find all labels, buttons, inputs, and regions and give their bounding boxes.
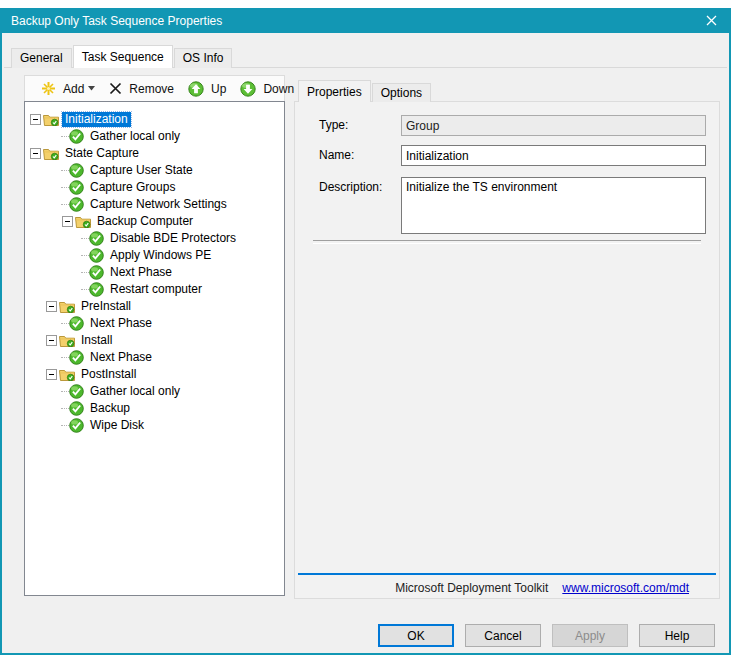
tree-group-install[interactable]: Install — [25, 332, 284, 349]
collapse-expander-icon[interactable] — [46, 335, 57, 346]
cancel-button[interactable]: Cancel — [465, 624, 541, 647]
tree-step-backup[interactable]: Backup — [25, 400, 284, 417]
tree-group-preinstall[interactable]: PreInstall — [25, 298, 284, 315]
step-check-icon — [69, 418, 84, 433]
tree-item-label: Capture User State — [87, 163, 196, 178]
tree-step-gather-local-only[interactable]: Gather local only — [25, 128, 284, 145]
tree-group-postinstall[interactable]: PostInstall — [25, 366, 284, 383]
group-folder-check-icon — [59, 300, 75, 313]
mdt-brand-text: Microsoft Deployment Toolkit — [395, 581, 548, 595]
collapse-expander-icon[interactable] — [30, 114, 41, 125]
tree-connector-line — [61, 357, 69, 359]
tree-item-label: Gather local only — [87, 384, 183, 399]
tree-step-next-phase[interactable]: Next Phase — [25, 315, 284, 332]
tree-item-label: Install — [78, 333, 115, 348]
tree-item-label: Wipe Disk — [87, 418, 147, 433]
step-check-icon — [69, 129, 84, 144]
properties-pane: Type: Name: Description: Initialize the … — [294, 101, 720, 599]
tree-connector-line — [61, 204, 69, 206]
type-label: Type: — [319, 118, 348, 132]
step-check-icon — [69, 163, 84, 178]
tree-toolbar: Add Remove Up — [24, 75, 285, 102]
collapse-expander-icon[interactable] — [62, 216, 73, 227]
tree-item-label: PreInstall — [78, 299, 134, 314]
tree-step-apply-windows-pe[interactable]: Apply Windows PE — [25, 247, 284, 264]
step-check-icon — [69, 180, 84, 195]
step-check-icon — [69, 350, 84, 365]
name-field[interactable] — [401, 145, 706, 166]
step-check-icon — [89, 282, 104, 297]
add-button[interactable]: Add — [36, 78, 100, 99]
move-up-button[interactable]: Up — [183, 78, 231, 100]
tree-item-label: PostInstall — [78, 367, 139, 382]
remove-button-label: Remove — [129, 82, 174, 96]
up-button-label: Up — [211, 82, 226, 96]
help-button[interactable]: Help — [639, 624, 715, 647]
tree-connector-line — [61, 425, 69, 427]
titlebar[interactable]: Backup Only Task Sequence Properties — [2, 8, 729, 33]
close-icon[interactable] — [693, 8, 729, 33]
arrow-down-circle-icon — [240, 81, 256, 97]
tree-connector-line — [61, 170, 69, 172]
section-separator — [313, 240, 701, 244]
collapse-expander-icon[interactable] — [46, 369, 57, 380]
apply-button: Apply — [552, 624, 628, 647]
tree-step-wipe-disk[interactable]: Wipe Disk — [25, 417, 284, 434]
tree-item-label: Disable BDE Protectors — [107, 231, 239, 246]
arrow-up-circle-icon — [188, 81, 204, 97]
tree-step-restart-computer[interactable]: Restart computer — [25, 281, 284, 298]
group-folder-check-icon — [75, 215, 91, 228]
tree-step-capture-user-state[interactable]: Capture User State — [25, 162, 284, 179]
footer-accent-line — [298, 573, 716, 575]
tab-task-sequence[interactable]: Task Sequence — [73, 45, 173, 68]
tree-step-capture-network-settings[interactable]: Capture Network Settings — [25, 196, 284, 213]
tree-group-backup-computer[interactable]: Backup Computer — [25, 213, 284, 230]
ok-button[interactable]: OK — [378, 624, 454, 647]
group-folder-check-icon — [59, 334, 75, 347]
step-check-icon — [69, 316, 84, 331]
tab-os-info[interactable]: OS Info — [174, 48, 233, 68]
add-dropdown-caret-icon[interactable] — [88, 86, 95, 91]
tab-general[interactable]: General — [11, 48, 72, 68]
tree-connector-line — [81, 238, 89, 240]
tree-group-initialization[interactable]: Initialization — [25, 111, 284, 128]
window-title: Backup Only Task Sequence Properties — [11, 14, 222, 28]
tree-step-capture-groups[interactable]: Capture Groups — [25, 179, 284, 196]
tree-connector-line — [61, 187, 69, 189]
tree-step-disable-bde-protectors[interactable]: Disable BDE Protectors — [25, 230, 284, 247]
collapse-expander-icon[interactable] — [46, 301, 57, 312]
down-button-label: Down — [263, 82, 294, 96]
tree-item-label: Backup — [87, 401, 133, 416]
collapse-expander-icon[interactable] — [30, 148, 41, 159]
name-label: Name: — [319, 148, 354, 162]
mdt-footer: Microsoft Deployment Toolkit www.microso… — [295, 578, 719, 598]
tree-step-next-phase[interactable]: Next Phase — [25, 264, 284, 281]
main-tab-strip: GeneralTask SequenceOS Info — [11, 45, 233, 68]
step-check-icon — [69, 384, 84, 399]
tree-item-label: Next Phase — [107, 265, 175, 280]
subtab-options[interactable]: Options — [372, 83, 431, 102]
tree-connector-line — [61, 391, 69, 393]
tree-step-gather-local-only[interactable]: Gather local only — [25, 383, 284, 400]
step-check-icon — [69, 401, 84, 416]
task-sequence-tree: InitializationGather local onlyState Cap… — [24, 101, 285, 596]
subtab-properties[interactable]: Properties — [298, 80, 371, 102]
step-check-icon — [89, 265, 104, 280]
tree-item-label: Next Phase — [87, 350, 155, 365]
tree-item-label: Initialization — [62, 112, 131, 127]
move-down-button[interactable]: Down — [235, 78, 299, 100]
tree-connector-line — [61, 408, 69, 410]
tree-step-next-phase[interactable]: Next Phase — [25, 349, 284, 366]
tree-group-state-capture[interactable]: State Capture — [25, 145, 284, 162]
group-folder-check-icon — [59, 368, 75, 381]
tree-connector-line — [61, 136, 69, 138]
step-check-icon — [89, 231, 104, 246]
remove-button[interactable]: Remove — [104, 79, 179, 99]
step-check-icon — [69, 197, 84, 212]
add-starburst-icon — [41, 81, 56, 96]
description-field[interactable]: Initialize the TS environment — [401, 177, 706, 234]
tree-item-label: Backup Computer — [94, 214, 196, 229]
tree-item-label: Gather local only — [87, 129, 183, 144]
mdt-website-link[interactable]: www.microsoft.com/mdt — [562, 581, 689, 595]
tree-connector-line — [81, 289, 89, 291]
